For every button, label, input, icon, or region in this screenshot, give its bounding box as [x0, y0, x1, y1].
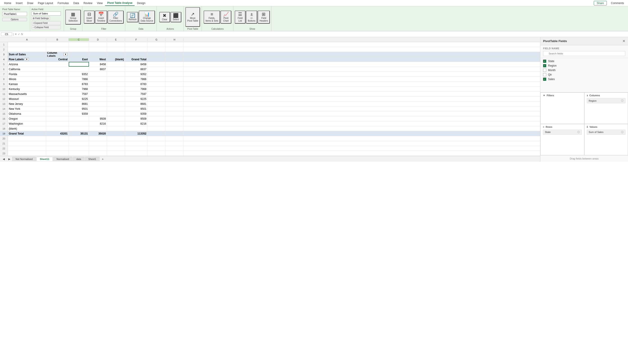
- cell-C22[interactable]: [69, 146, 89, 151]
- cell-F9[interactable]: 8783: [125, 82, 148, 86]
- field-checkbox-state[interactable]: [543, 60, 546, 63]
- cell-F22[interactable]: [125, 146, 148, 151]
- field-item-sales[interactable]: Sales: [543, 77, 625, 81]
- cell-H11[interactable]: [165, 92, 184, 96]
- cell-G3[interactable]: [148, 52, 165, 57]
- cell-H20[interactable]: [165, 136, 184, 141]
- cell-H8[interactable]: [165, 77, 184, 81]
- cell-D10[interactable]: [89, 87, 107, 91]
- cell-D2[interactable]: [89, 47, 107, 52]
- cell-F17[interactable]: 8216: [125, 121, 148, 126]
- cell-G2[interactable]: [148, 47, 165, 52]
- sheet-tab-sheet1[interactable]: Sheet1: [85, 157, 100, 161]
- cell-B19[interactable]: 43201: [46, 131, 69, 136]
- row-filter-button[interactable]: ▼: [25, 58, 29, 61]
- cell-C7[interactable]: 9352: [69, 72, 89, 76]
- menu-pivot-analyse[interactable]: Pivot Table Analyse: [105, 0, 135, 6]
- cell-A15[interactable]: Oklahoma: [8, 111, 46, 116]
- cell-G13[interactable]: [148, 102, 165, 106]
- cell-C14[interactable]: 9501: [69, 106, 89, 111]
- filter-connections-button[interactable]: 🔗 Filter Connections: [108, 10, 124, 24]
- cell-B5[interactable]: [46, 62, 69, 66]
- cell-A8[interactable]: Illinois: [8, 77, 46, 81]
- cell-B21[interactable]: [46, 141, 69, 146]
- formula-input[interactable]: [24, 33, 627, 36]
- cell-E20[interactable]: [107, 136, 125, 141]
- select-button[interactable]: ⬛ Select: [170, 12, 181, 22]
- cell-C1[interactable]: [69, 42, 89, 47]
- rows-state-item[interactable]: State ⓘ: [543, 129, 582, 135]
- cell-B2[interactable]: [46, 47, 69, 52]
- field-headers-button[interactable]: ⊞ Field Headers: [258, 10, 270, 24]
- cell-B6[interactable]: [46, 67, 69, 71]
- expand-field-button[interactable]: + Expand Field: [32, 21, 61, 25]
- cell-C13[interactable]: 8681: [69, 102, 89, 106]
- cell-E13[interactable]: [107, 102, 125, 106]
- cell-G18[interactable]: [148, 126, 165, 131]
- cell-F14[interactable]: 9501: [125, 106, 148, 111]
- cell-E12[interactable]: [107, 97, 125, 101]
- cell-G7[interactable]: [148, 72, 165, 76]
- insert-slicer-button[interactable]: ⊟ Insert Slicer: [84, 10, 95, 24]
- sheet-tab-data[interactable]: data: [73, 157, 84, 161]
- menu-data[interactable]: Data: [71, 1, 81, 6]
- cell-B16[interactable]: [46, 116, 69, 121]
- cell-A9[interactable]: Kansas: [8, 82, 46, 86]
- cell-E3[interactable]: [107, 52, 125, 57]
- group-selection-button[interactable]: ▦ Group Selection: [65, 10, 81, 24]
- search-fields-input[interactable]: [543, 51, 625, 56]
- cell-B18[interactable]: [46, 126, 69, 131]
- cell-D15[interactable]: [89, 111, 107, 116]
- menu-design[interactable]: Design: [135, 1, 148, 6]
- cell-F5[interactable]: 8458: [125, 62, 148, 66]
- cell-B11[interactable]: [46, 92, 69, 96]
- cell-A5[interactable]: Arizona: [8, 62, 46, 66]
- cell-A13[interactable]: New Jersey: [8, 102, 46, 106]
- cell-G15[interactable]: [148, 111, 165, 116]
- cell-C5[interactable]: [69, 62, 89, 66]
- field-checkbox-region[interactable]: [543, 64, 546, 67]
- col-header-E[interactable]: E: [107, 38, 125, 41]
- cell-E2[interactable]: [107, 47, 125, 52]
- cell-A6[interactable]: California: [8, 67, 46, 71]
- refresh-button[interactable]: 🔄 Refresh: [127, 12, 138, 22]
- cell-E5[interactable]: [107, 62, 125, 66]
- cell-A22[interactable]: [8, 146, 46, 151]
- cell-H14[interactable]: [165, 106, 184, 111]
- cell-H2[interactable]: [165, 47, 184, 52]
- menu-review[interactable]: Review: [81, 1, 95, 6]
- cell-H9[interactable]: [165, 82, 184, 86]
- cell-D1[interactable]: [89, 42, 107, 47]
- cell-A3[interactable]: Sum of Sales: [8, 52, 46, 57]
- cell-E1[interactable]: [107, 42, 125, 47]
- cell-F8[interactable]: 7866: [125, 77, 148, 81]
- cell-C3[interactable]: [69, 52, 89, 57]
- cell-G4[interactable]: [148, 57, 165, 62]
- cell-B9[interactable]: [46, 82, 69, 86]
- cell-G1[interactable]: [148, 42, 165, 47]
- menu-insert[interactable]: Insert: [13, 1, 25, 6]
- cell-F20[interactable]: [125, 136, 148, 141]
- cell-F15[interactable]: 9359: [125, 111, 148, 116]
- cell-F12[interactable]: 9225: [125, 97, 148, 101]
- pivot-name-input[interactable]: [2, 12, 27, 16]
- cell-E10[interactable]: [107, 87, 125, 91]
- cell-D19[interactable]: 35020: [89, 131, 107, 136]
- cell-H23[interactable]: [165, 151, 184, 156]
- cell-D21[interactable]: [89, 141, 107, 146]
- cell-E15[interactable]: [107, 111, 125, 116]
- cell-H19[interactable]: [165, 131, 184, 136]
- prev-sheet-arrow[interactable]: ◀: [1, 157, 6, 161]
- cell-C4[interactable]: East: [69, 57, 89, 62]
- cell-B22[interactable]: [46, 146, 69, 151]
- menu-formulas[interactable]: Formulas: [55, 1, 71, 6]
- sheet-tab-not-normalised[interactable]: Not Normalised: [12, 157, 36, 161]
- cell-H13[interactable]: [165, 102, 184, 106]
- cell-G5[interactable]: [148, 62, 165, 66]
- cell-G17[interactable]: [148, 121, 165, 126]
- cell-A14[interactable]: New York: [8, 106, 46, 111]
- cell-F21[interactable]: [125, 141, 148, 146]
- cell-E16[interactable]: [107, 116, 125, 121]
- cell-B4[interactable]: Central: [46, 57, 69, 62]
- cell-C9[interactable]: 8783: [69, 82, 89, 86]
